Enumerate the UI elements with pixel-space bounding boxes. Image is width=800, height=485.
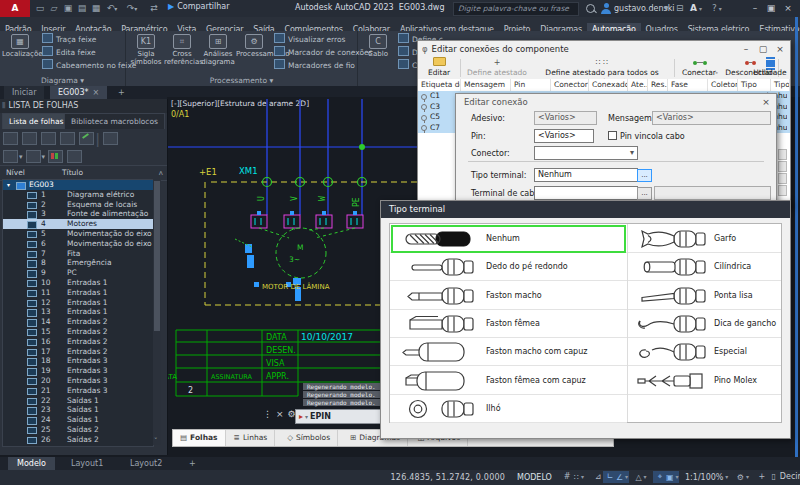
cablo-button[interactable]: CCablo bbox=[360, 33, 396, 59]
dialog-close-icon[interactable]: × bbox=[772, 42, 788, 56]
utilidade-button[interactable]: Utilidade bbox=[750, 57, 790, 79]
dialog-maximize-icon[interactable]: ▢ bbox=[755, 42, 771, 56]
search-input[interactable]: Digite palavra-chave ou frase bbox=[453, 2, 579, 16]
conector-dropdown[interactable] bbox=[534, 146, 638, 160]
ribbon-tab-saída[interactable]: Saída bbox=[248, 23, 279, 31]
layout-tab-layout2[interactable]: Layout2 bbox=[121, 457, 171, 470]
ribbon-tab-complementos[interactable]: Complementos bbox=[280, 23, 348, 31]
polar-tracking-icon[interactable]: ∠ ▾ bbox=[615, 471, 629, 483]
palette-header[interactable]: ⦀LISTA DE FOLHAS bbox=[0, 99, 167, 113]
tipo-terminal-title-bar[interactable]: Tipo terminal bbox=[381, 201, 790, 218]
share-button[interactable]: ▶Compartilhar bbox=[168, 2, 230, 11]
command-line[interactable]: ⋮×⚙ ▸▾ EPIN bbox=[263, 409, 296, 423]
column-header[interactable]: Ate... bbox=[628, 79, 648, 91]
terminal-option-cilíndrica[interactable]: Cilíndrica bbox=[628, 252, 781, 281]
ribbon-tab-diagramas[interactable]: Diagramas bbox=[535, 23, 587, 31]
edit-connection-close-icon[interactable]: × bbox=[758, 95, 774, 109]
sheet-row[interactable]: 18Entradas 3 bbox=[3, 356, 153, 366]
close-button[interactable]: × bbox=[781, 2, 795, 15]
sheet-row[interactable]: 26Saídas 2 bbox=[3, 435, 153, 445]
qat-overflow-icon[interactable]: ⇄ bbox=[148, 3, 160, 14]
sheet-row[interactable]: 15Entradas 2 bbox=[3, 327, 153, 337]
command-close-icon[interactable]: × bbox=[276, 409, 284, 419]
tab-close-icon[interactable]: × bbox=[93, 88, 100, 97]
isometric-drafting-icon[interactable]: △ ▾ bbox=[634, 471, 648, 483]
sheet-row[interactable]: 2Esquema de locais bbox=[3, 200, 153, 210]
ribbon-tab-vista[interactable]: Vista bbox=[172, 23, 201, 31]
column-header[interactable]: Fase bbox=[668, 79, 708, 91]
snap-mode-icon[interactable]: ∷ ▾ bbox=[572, 471, 586, 483]
terminal-option-dedo-do-pé-redondo[interactable]: Dedo do pé redondo bbox=[390, 252, 627, 281]
sheet-row[interactable]: 17Entradas 2 bbox=[3, 347, 153, 357]
sheet-row[interactable]: 25Saídas 2 bbox=[3, 425, 153, 435]
pin-field[interactable]: <Varios> bbox=[534, 129, 594, 143]
viewport-control-label[interactable]: [-][Superior][Estrutura de arame 2D] bbox=[171, 99, 309, 108]
object-snap-icon[interactable]: ▣ ▾ bbox=[665, 471, 679, 483]
sheet-row[interactable]: 23Saídas 1 bbox=[3, 405, 153, 415]
ribbon-tab-gerenciar[interactable]: Gerenciar bbox=[201, 23, 248, 31]
export-icon[interactable] bbox=[67, 150, 82, 163]
conectar-se-button[interactable]: Conectar-se bbox=[678, 57, 722, 79]
tipo-terminal-browse-button[interactable]: ... bbox=[637, 169, 652, 182]
sheet-row[interactable]: 13Entradas 1 bbox=[3, 307, 153, 317]
sheet-row[interactable]: 5Movimentação do eixo x bbox=[3, 229, 153, 239]
column-header[interactable]: Tipo bbox=[771, 79, 790, 91]
define-atestado-button[interactable]: +Define atestado bbox=[464, 57, 530, 79]
palette-grip-icon[interactable]: ⦀ bbox=[2, 101, 6, 110]
sheet-row[interactable]: 3Fonte de alimentação bbox=[3, 209, 153, 219]
scroll-up-icon[interactable]: ᴧ bbox=[159, 166, 163, 180]
connections-scrollbar[interactable] bbox=[778, 149, 787, 195]
plot-icon[interactable]: ▤ bbox=[76, 3, 88, 14]
tab-biblioteca-macroblocos[interactable]: Biblioteca macroblocos bbox=[64, 113, 165, 130]
ribbon-tab-projeto[interactable]: Projeto bbox=[499, 23, 535, 31]
terminal-cabo-field[interactable] bbox=[534, 186, 638, 200]
expand-icon[interactable]: ▾ bbox=[7, 180, 10, 190]
marcadores-fio-button[interactable]: Marcadores de fio bbox=[274, 59, 355, 72]
terminal-option-ilhó[interactable]: Ilhó bbox=[390, 394, 627, 423]
user-caret-icon[interactable]: ▾ bbox=[664, 3, 669, 13]
column-header[interactable]: Conexado ... bbox=[589, 79, 628, 91]
space-indicator[interactable]: MODELO bbox=[517, 470, 552, 485]
sheet-row[interactable]: 24Saídas 1 bbox=[3, 415, 153, 425]
redo-icon[interactable]: ↷▾ bbox=[126, 3, 138, 14]
restore-button[interactable]: ▣ bbox=[764, 2, 778, 15]
edit-sheet-icon[interactable] bbox=[79, 132, 94, 145]
terminal-option-faston-fêmea[interactable]: Faston fêmea bbox=[390, 309, 627, 338]
terminal-option-faston-fêmea-com-capuz[interactable]: Faston fêmea com capuz bbox=[390, 366, 627, 395]
column-header[interactable]: Conector bbox=[551, 79, 589, 91]
ribbon-tab-automação[interactable]: Automação bbox=[587, 23, 641, 31]
ribbon-tab-aplicativos-em-destaque[interactable]: Aplicativos em destaque bbox=[395, 23, 499, 31]
terminal-option-faston-macho[interactable]: Faston macho bbox=[390, 281, 627, 310]
cabeamento-button[interactable]: Cabeamento no feixe bbox=[42, 59, 136, 72]
dialog-title-bar[interactable]: φEditar conexões do componente – ▢ × bbox=[418, 41, 790, 57]
selection-grips[interactable] bbox=[245, 244, 301, 301]
tree-scrollbar[interactable]: ˅ bbox=[153, 179, 161, 445]
sheet-row[interactable]: 10Entradas 1 bbox=[3, 278, 153, 288]
help-icon[interactable]: ? ▾ bbox=[712, 3, 722, 13]
new-tab-button[interactable]: + bbox=[118, 86, 125, 99]
sigla-simbolos-button[interactable]: K1Sigla símbolos bbox=[128, 33, 164, 66]
autodesk-a-icon[interactable]: A ▾ bbox=[690, 3, 702, 13]
status-flags-icon[interactable] bbox=[48, 150, 63, 163]
group-label-diagrama[interactable]: Diagrama ▾ bbox=[0, 76, 125, 85]
sheet-row[interactable]: 6Movimentação do eixo Y bbox=[3, 239, 153, 249]
units-label[interactable]: Decimal ▾ bbox=[779, 471, 800, 483]
column-header[interactable]: Res... bbox=[648, 79, 668, 91]
ribbon-tab-paramétrico[interactable]: Paramétrico bbox=[116, 23, 172, 31]
new-sheet-icon[interactable] bbox=[3, 132, 18, 145]
sheet-row[interactable]: 22Saídas 1 bbox=[3, 396, 153, 406]
tab-iniciar[interactable]: Iniciar bbox=[4, 86, 44, 99]
sheet-row[interactable]: 14Entradas 2 bbox=[3, 317, 153, 327]
save-icon[interactable]: ▣ bbox=[62, 3, 74, 14]
layout-tab-modelo[interactable]: Modelo bbox=[8, 457, 55, 470]
duplicate-icon[interactable] bbox=[26, 150, 41, 163]
tipo-terminal-field[interactable]: Nenhum bbox=[534, 168, 638, 182]
terminal-option-ponta-lisa[interactable]: Ponta lisa bbox=[628, 281, 781, 310]
print-sheet-icon[interactable] bbox=[103, 132, 118, 145]
column-header[interactable]: Tipo bbox=[738, 79, 771, 91]
column-header[interactable]: Etiqueta de... bbox=[418, 79, 461, 91]
column-header[interactable]: Pin bbox=[511, 79, 551, 91]
terminal-option-faston-macho-com-capuz[interactable]: Faston macho com capuz bbox=[390, 337, 627, 366]
add-layout-button[interactable]: + bbox=[180, 457, 205, 470]
terminal-option-especial[interactable]: Especial bbox=[628, 337, 781, 366]
